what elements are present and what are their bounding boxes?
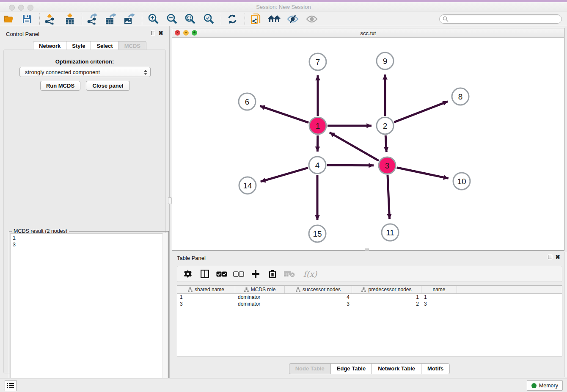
table-cell[interactable]: dominator	[235, 294, 285, 301]
zoom-out-icon[interactable]	[165, 13, 179, 25]
save-session-icon[interactable]	[20, 13, 34, 25]
refresh-layout-icon[interactable]	[225, 13, 239, 25]
svg-text:11: 11	[386, 228, 394, 237]
graph-edge-3-10[interactable]	[397, 168, 449, 179]
graph-edge-4-14[interactable]	[261, 168, 308, 182]
graph-edge-1-6[interactable]	[260, 106, 308, 122]
toolbar-separator	[221, 13, 221, 25]
network-window-title: scc.txt	[172, 30, 564, 36]
graph-edge-2-3[interactable]	[385, 135, 386, 152]
delete-column-icon[interactable]	[267, 268, 278, 279]
tab-motifs[interactable]: Motifs	[421, 363, 450, 374]
graph-node-1[interactable]: 1	[309, 117, 326, 134]
close-panel-button[interactable]: Close panel	[86, 81, 130, 91]
control-panel-close-icon[interactable]: ✖	[158, 31, 163, 35]
table-cell[interactable]: 1	[421, 294, 457, 301]
graph-node-6[interactable]: 6	[239, 93, 256, 110]
table-cell[interactable]: 3	[421, 301, 457, 307]
node-table[interactable]: shared nameMCDS rolesuccessor nodesprede…	[177, 285, 562, 356]
graph-node-4[interactable]: 4	[309, 157, 326, 174]
zoom-fit-icon[interactable]	[183, 13, 197, 25]
graph-edge-3-11[interactable]	[388, 175, 390, 219]
column-header-shared-name[interactable]: shared name	[177, 286, 235, 293]
graph-node-15[interactable]: 15	[309, 225, 326, 242]
table-cell[interactable]: 2	[352, 301, 421, 307]
graph-node-14[interactable]: 14	[239, 177, 256, 194]
table-cell[interactable]: 3	[177, 301, 235, 307]
table-body: 1dominator4113dominator323	[177, 294, 562, 307]
column-header-MCDS-role[interactable]: MCDS role	[235, 286, 285, 293]
search-input[interactable]	[449, 15, 561, 23]
memory-status-icon	[531, 383, 537, 388]
column-header-predecessor-nodes[interactable]: predecessor nodes	[352, 286, 421, 293]
mcds-result-text[interactable]: 13	[10, 233, 168, 392]
window-title: Session: New Session	[0, 4, 567, 10]
graph-edge-3-1[interactable]	[330, 133, 379, 161]
table-cell[interactable]: 4	[285, 294, 352, 301]
table-row[interactable]: 1dominator411	[177, 294, 562, 301]
first-neighbors-icon[interactable]	[267, 13, 281, 25]
tab-edge-table[interactable]: Edge Table	[330, 363, 372, 374]
export-image-icon[interactable]	[122, 13, 136, 25]
table-cell[interactable]: 1	[177, 294, 235, 301]
graph-node-2[interactable]: 2	[377, 117, 394, 134]
control-panel-float-icon[interactable]	[151, 31, 155, 35]
panel-splitter-handle[interactable]	[168, 197, 172, 204]
search-icon	[443, 16, 449, 22]
import-network-icon[interactable]	[43, 13, 57, 25]
table-row[interactable]: 3dominator323	[177, 301, 562, 307]
svg-text:2: 2	[383, 121, 388, 130]
criterion-value: strongly connected component	[25, 69, 100, 75]
export-table-icon[interactable]	[103, 13, 118, 25]
mcds-panel: Optimization criterion: strongly connect…	[3, 50, 166, 373]
deselect-all-checkboxes-icon[interactable]	[233, 268, 244, 279]
run-mcds-button[interactable]: Run MCDS	[40, 81, 80, 91]
table-header-row: shared nameMCDS rolesuccessor nodesprede…	[177, 286, 562, 294]
column-layout-icon[interactable]	[199, 268, 210, 279]
import-table-icon[interactable]	[63, 13, 77, 25]
table-cell[interactable]: 3	[285, 301, 352, 307]
graph-edge-4-3[interactable]	[327, 165, 374, 166]
table-panel-close-icon[interactable]: ✖	[555, 255, 560, 259]
network-resize-handle[interactable]	[365, 248, 369, 251]
toolbar-separator	[39, 13, 40, 25]
graph-node-11[interactable]: 11	[382, 224, 399, 241]
export-network-icon[interactable]	[85, 13, 99, 25]
table-cell[interactable]: dominator	[235, 301, 285, 307]
new-network-from-selection-icon[interactable]	[249, 13, 263, 25]
network-graph-canvas[interactable]: 7968124314101511	[172, 38, 564, 250]
mcds-result-line: 3	[13, 241, 165, 248]
task-list-icon	[7, 383, 14, 389]
svg-text:7: 7	[316, 58, 320, 66]
criterion-select[interactable]: strongly connected component	[19, 67, 151, 77]
column-header-successor-nodes[interactable]: successor nodes	[285, 286, 352, 293]
graph-node-3[interactable]: 3	[379, 157, 396, 174]
select-all-checkboxes-icon[interactable]	[216, 268, 227, 279]
network-window-titlebar[interactable]: × – + scc.txt	[172, 28, 564, 38]
graph-node-7[interactable]: 7	[309, 53, 326, 70]
function-builder-icon: f(x)	[301, 268, 319, 279]
table-cell[interactable]: 1	[352, 294, 421, 301]
add-column-icon[interactable]	[250, 268, 261, 279]
table-panel: Table Panel ✖ f(x) shared nameMCDS	[172, 252, 567, 377]
search-box[interactable]	[439, 14, 562, 24]
tab-network-table[interactable]: Network Table	[372, 363, 421, 374]
hide-graphics-details-icon[interactable]	[286, 13, 300, 25]
svg-text:9: 9	[383, 57, 388, 66]
graph-node-10[interactable]: 10	[453, 173, 470, 190]
task-history-button[interactable]	[5, 380, 17, 391]
main-toolbar	[0, 11, 567, 26]
zoom-selected-icon[interactable]	[201, 13, 216, 25]
table-panel-float-icon[interactable]	[548, 255, 552, 259]
column-header-name[interactable]: name	[421, 286, 457, 293]
graph-node-9[interactable]: 9	[377, 52, 394, 69]
zoom-in-icon[interactable]	[146, 13, 160, 25]
status-bar: Memory	[0, 378, 567, 392]
tab-node-table[interactable]: Node Table	[289, 363, 331, 374]
open-session-icon[interactable]	[2, 13, 17, 25]
graph-edge-2-8[interactable]	[394, 102, 448, 122]
settings-gear-icon[interactable]	[182, 268, 193, 279]
memory-button[interactable]: Memory	[527, 380, 563, 391]
graph-node-8[interactable]: 8	[452, 88, 469, 105]
mcds-result-scrollbar[interactable]	[162, 233, 168, 392]
